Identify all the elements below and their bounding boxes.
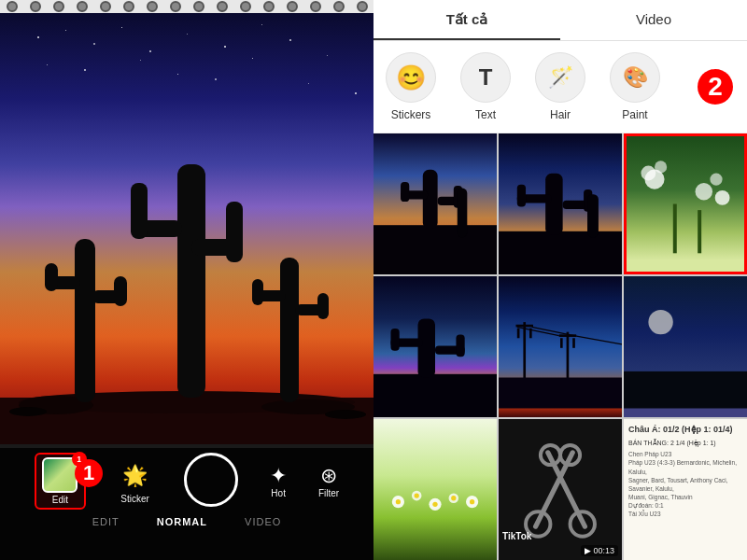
- video-mode-tab[interactable]: VIDEO: [245, 516, 281, 527]
- svg-line-59: [574, 336, 622, 344]
- svg-rect-43: [374, 374, 497, 417]
- text-label: Text: [475, 108, 496, 121]
- spiral-hole: [147, 1, 158, 12]
- text-icon: T: [460, 52, 511, 103]
- tool-icons-row: Edit 1 🌟 Sticker ✦ Hot ⊛ Filter: [0, 448, 374, 509]
- svg-point-19: [9, 407, 47, 416]
- svg-rect-11: [45, 263, 58, 291]
- grid-photo-6[interactable]: [624, 276, 747, 417]
- sticker-icon: 🌟: [118, 458, 153, 494]
- left-panel: Edit 1 🌟 Sticker ✦ Hot ⊛ Filter: [0, 0, 374, 560]
- grid-photo-7[interactable]: [374, 419, 497, 560]
- effects-row: 😊 Stickers T Text 🪄 Hair 🎨 Paint 2: [374, 41, 747, 133]
- stickers-effect[interactable]: 😊 Stickers: [383, 52, 439, 121]
- svg-rect-28: [499, 231, 622, 274]
- spiral-hole: [123, 1, 134, 12]
- spiral-hole: [217, 1, 228, 12]
- edit-label: Edit: [52, 495, 68, 505]
- filter-label: Filter: [318, 488, 339, 498]
- sticker-tool[interactable]: 🌟 Sticker: [118, 458, 153, 504]
- svg-point-40: [715, 190, 730, 205]
- svg-rect-4: [177, 164, 205, 398]
- spiral-hole: [53, 1, 64, 12]
- bottom-mode-tabs: EDIT NORMAL VIDEO: [0, 509, 374, 535]
- note-header: Châu Á: 01/2 (Hệp 1: 01/4): [628, 424, 742, 436]
- spiral-hole: [77, 1, 88, 12]
- svg-rect-14: [280, 258, 299, 402]
- spiral-hole: [310, 1, 321, 12]
- svg-rect-60: [499, 378, 622, 409]
- svg-point-38: [696, 183, 712, 200]
- svg-rect-27: [458, 189, 468, 238]
- svg-point-20: [325, 410, 366, 419]
- svg-point-70: [432, 502, 437, 507]
- svg-rect-56: [572, 338, 575, 348]
- note-text: BÁN THẮNG: 2 1/4 (Hệp 1: 1): [628, 439, 742, 448]
- grid-photo-3-selected[interactable]: [624, 133, 747, 274]
- stickers-label: Stickers: [391, 108, 431, 121]
- spiral-hole: [193, 1, 204, 12]
- svg-point-68: [396, 499, 401, 504]
- svg-rect-50: [515, 325, 532, 328]
- tiktok-logo: TikTok: [502, 531, 531, 541]
- cactus-artwork: [0, 13, 374, 444]
- svg-rect-34: [587, 194, 599, 237]
- spiral-bar: [0, 0, 374, 13]
- svg-rect-31: [517, 185, 526, 207]
- hot-tool[interactable]: ✦ Hot: [270, 464, 287, 498]
- duration-text: 00:13: [593, 546, 614, 555]
- grid-photo-8[interactable]: TikTok ▶ 00:13: [499, 419, 622, 560]
- svg-rect-55: [560, 338, 563, 348]
- grid-photo-5[interactable]: [499, 276, 622, 417]
- grid-photo-9[interactable]: Châu Á: 01/2 (Hệp 1: 01/4) BÁN THẮNG: 2 …: [624, 419, 747, 560]
- svg-point-72: [470, 499, 474, 504]
- svg-rect-21: [374, 225, 497, 274]
- shutter-button[interactable]: [184, 453, 238, 509]
- spiral-hole: [287, 1, 298, 12]
- play-icon: ▶: [585, 546, 591, 555]
- svg-rect-16: [252, 279, 263, 305]
- filter-icon: ⊛: [320, 464, 337, 488]
- svg-rect-13: [114, 276, 127, 306]
- step-number-1: 1: [75, 459, 103, 487]
- filter-tool[interactable]: ⊛ Filter: [318, 464, 339, 498]
- right-top-tabs: Tất cả Video: [374, 0, 747, 41]
- svg-rect-51: [517, 329, 520, 339]
- main-artwork: [0, 13, 374, 444]
- sticker-label: Sticker: [120, 494, 149, 504]
- edit-mode-tab[interactable]: EDIT: [92, 516, 120, 527]
- shutter-circle: [184, 453, 238, 507]
- svg-rect-6: [131, 183, 148, 239]
- spiral-hole: [100, 1, 111, 12]
- tab-video[interactable]: Video: [560, 0, 747, 40]
- svg-point-37: [655, 161, 667, 173]
- svg-point-39: [710, 174, 722, 186]
- hot-label: Hot: [271, 488, 286, 498]
- paint-effect[interactable]: 🎨 Paint: [607, 52, 663, 121]
- normal-mode-tab[interactable]: NORMAL: [157, 516, 207, 527]
- grid-photo-2[interactable]: [499, 133, 622, 274]
- svg-point-36: [641, 166, 655, 181]
- spiral-hole: [333, 1, 345, 12]
- spiral-hole: [263, 1, 275, 12]
- svg-rect-24: [401, 182, 409, 202]
- svg-rect-41: [673, 204, 677, 254]
- svg-rect-62: [624, 371, 747, 409]
- svg-rect-48: [456, 335, 464, 357]
- tab-all[interactable]: Tất cả: [374, 0, 560, 40]
- svg-rect-46: [390, 329, 399, 351]
- svg-rect-9: [75, 239, 95, 402]
- spiral-hole: [357, 1, 368, 12]
- hair-icon: 🪄: [535, 52, 585, 103]
- paint-label: Paint: [622, 108, 647, 121]
- grid-photo-4[interactable]: [374, 276, 497, 417]
- grid-photo-1[interactable]: [374, 133, 497, 274]
- spiral-hole: [170, 1, 181, 12]
- step-number-2: 2: [698, 69, 733, 105]
- paint-icon: 🎨: [610, 52, 660, 103]
- video-duration-badge: ▶ 00:13: [581, 545, 618, 556]
- svg-rect-22: [423, 170, 438, 229]
- hair-effect[interactable]: 🪄 Hair: [532, 52, 588, 121]
- text-effect[interactable]: T Text: [458, 52, 514, 121]
- svg-rect-29: [545, 174, 562, 235]
